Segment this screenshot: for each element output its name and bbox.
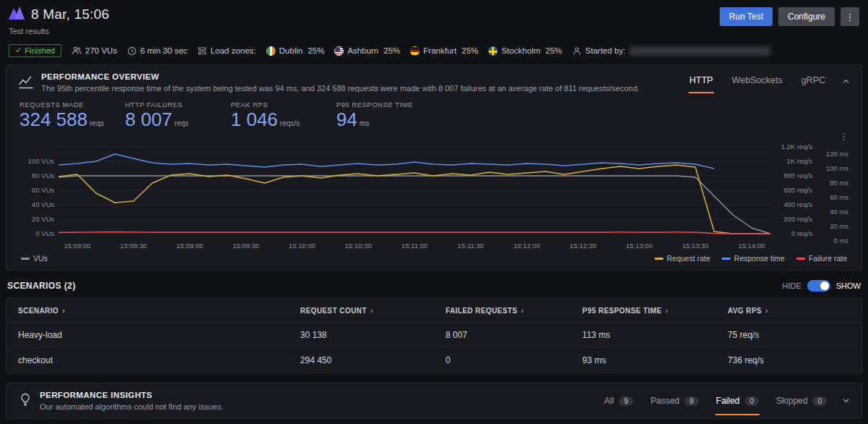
person-icon <box>572 46 582 56</box>
svg-text:60 ms: 60 ms <box>830 193 848 201</box>
sort-icon: › <box>370 306 373 315</box>
svg-text:1K req/s: 1K req/s <box>787 157 813 165</box>
cell-p95: 113 ms <box>571 323 716 348</box>
chart-legend: VUsRequest rateResponse timeFailure rate <box>18 253 850 266</box>
chevron-up-icon <box>842 77 850 85</box>
zone-ashburn: Ashburn 25% <box>334 46 400 56</box>
stat-p95-response-time: P95 RESPONSE TIME 94ms <box>336 101 442 130</box>
ireland-flag-icon <box>266 46 276 56</box>
svg-text:15:14:00: 15:14:00 <box>739 242 765 250</box>
column-failed-requests[interactable]: FAILED REQUESTS› <box>434 299 571 323</box>
scenarios-header: SCENARIOS (2) HIDE SHOW <box>7 280 861 292</box>
svg-text:40 ms: 40 ms <box>830 208 848 216</box>
svg-text:15:09:30: 15:09:30 <box>232 242 259 250</box>
zone-frankfurt: Frankfurt 25% <box>410 46 478 56</box>
sort-icon: › <box>62 306 65 315</box>
svg-text:0 VUs: 0 VUs <box>35 229 54 237</box>
configure-button[interactable]: Configure <box>778 7 835 26</box>
more-options-button[interactable]: ⋮ <box>841 7 859 26</box>
tab-skipped[interactable]: Skipped 0 <box>775 386 827 415</box>
hide-label[interactable]: HIDE <box>782 281 801 290</box>
svg-text:15:11:00: 15:11:00 <box>401 242 427 250</box>
count-badge: 0 <box>745 397 760 406</box>
cell-request-count: 294 450 <box>289 348 434 373</box>
svg-text:15:10:30: 15:10:30 <box>345 242 372 250</box>
svg-text:100 ms: 100 ms <box>826 164 848 172</box>
svg-text:20 VUs: 20 VUs <box>32 215 54 223</box>
svg-text:40 VUs: 40 VUs <box>32 200 54 208</box>
column-request-count[interactable]: REQUEST COUNT› <box>289 299 434 323</box>
check-icon: ✓ <box>15 46 22 55</box>
load-zones-icon <box>197 46 207 56</box>
svg-text:80 VUs: 80 VUs <box>32 171 54 179</box>
svg-text:15:12:00: 15:12:00 <box>514 242 540 250</box>
chart-icon <box>18 74 34 93</box>
svg-text:15:08:30: 15:08:30 <box>120 242 147 250</box>
svg-text:60 VUs: 60 VUs <box>32 186 54 194</box>
svg-text:15:13:30: 15:13:30 <box>682 242 709 250</box>
sort-icon: › <box>665 306 668 315</box>
count-badge: 0 <box>812 397 827 406</box>
tab-failed[interactable]: Failed 0 <box>715 386 760 415</box>
table-header-row: SCENARIO› REQUEST COUNT› FAILED REQUESTS… <box>7 299 861 323</box>
tab-grpc[interactable]: gRPC <box>801 74 826 92</box>
cell-failed-requests: 0 <box>434 348 571 373</box>
svg-text:15:13:00: 15:13:00 <box>626 242 652 250</box>
zone-dublin: Dublin 25% <box>266 46 325 56</box>
table-row[interactable]: checkout 294 450 0 93 ms 736 req/s <box>7 348 861 373</box>
legend-item-request-rate[interactable]: Request rate <box>655 254 710 263</box>
run-test-button[interactable]: Run Test <box>720 7 773 26</box>
legend-swatch <box>21 258 30 260</box>
svg-text:20 ms: 20 ms <box>830 222 848 230</box>
column-avg-rps[interactable]: AVG RPS› <box>716 299 861 323</box>
stats-row: REQUESTS MADE 324 588reqs HTTP FAILURES … <box>20 101 850 130</box>
insights-title: PERFORMANCE INSIGHTS <box>40 391 224 399</box>
tab-passed[interactable]: Passed 9 <box>650 386 699 415</box>
legend-item-response-time[interactable]: Response time <box>722 254 785 263</box>
panel-description: The 95th percentile response time of the… <box>41 84 639 93</box>
chart-kebab-icon[interactable]: ⋮ <box>839 131 848 143</box>
cell-avg-rps: 75 req/s <box>716 323 861 348</box>
panel-heading: PERFORMANCE OVERVIEW The 95th percentile… <box>41 72 639 93</box>
page-title: 8 Mar, 15:06 <box>31 7 109 22</box>
performance-insights-panel: PERFORMANCE INSIGHTS Our automated algor… <box>6 383 862 419</box>
svg-text:800 req/s: 800 req/s <box>783 171 812 179</box>
svg-text:15:09:00: 15:09:00 <box>176 242 203 250</box>
tab-all[interactable]: All 9 <box>603 386 634 415</box>
show-label[interactable]: SHOW <box>836 281 861 290</box>
cell-scenario: checkout <box>7 348 289 373</box>
cell-scenario: Heavy-load <box>7 323 289 348</box>
scenarios-table: SCENARIO› REQUEST COUNT› FAILED REQUESTS… <box>6 298 862 373</box>
sort-icon: › <box>765 306 768 315</box>
legend-item-failure-rate[interactable]: Failure rate <box>796 254 847 263</box>
column-scenario[interactable]: SCENARIO› <box>7 299 289 323</box>
stat-http-failures: HTTP FAILURES 8 007reqs <box>125 101 231 130</box>
legend-swatch <box>796 258 805 260</box>
started-by: Started by: <box>572 46 770 56</box>
collapse-panel-button[interactable] <box>842 72 850 88</box>
clock-icon <box>127 46 137 56</box>
legend-swatch <box>722 258 731 260</box>
tab-websockets[interactable]: WebSockets <box>731 74 783 92</box>
table-row[interactable]: Heavy-load 30 138 8 007 113 ms 75 req/s <box>7 323 861 348</box>
users-icon <box>72 46 82 56</box>
sweden-flag-icon <box>488 46 498 56</box>
svg-text:200 req/s: 200 req/s <box>783 215 812 223</box>
show-toggle[interactable] <box>807 280 830 292</box>
svg-text:80 ms: 80 ms <box>830 179 848 187</box>
stat-requests-made: REQUESTS MADE 324 588reqs <box>20 101 125 130</box>
expand-insights-button[interactable] <box>842 394 850 407</box>
stat-peak-rps: PEAK RPS 1 046reqs/s <box>231 101 336 130</box>
toggle-knob <box>820 281 829 290</box>
status-bar: ✓ Finished 270 VUs 6 min 30 sec Load zon… <box>0 35 868 64</box>
svg-text:0 ms: 0 ms <box>833 237 848 245</box>
svg-text:15:12:30: 15:12:30 <box>570 242 597 250</box>
tab-http[interactable]: HTTP <box>689 74 714 93</box>
legend-item-vus[interactable]: VUs <box>21 254 48 263</box>
column-p95-response-time[interactable]: P95 RESPONSE TIME› <box>571 299 716 323</box>
cell-failed-requests: 8 007 <box>434 323 571 348</box>
vus-summary: 270 VUs <box>72 46 117 56</box>
redacted-username <box>629 46 770 56</box>
header-left: 8 Mar, 15:06 Test results <box>9 6 109 35</box>
chevron-down-icon <box>842 397 850 404</box>
